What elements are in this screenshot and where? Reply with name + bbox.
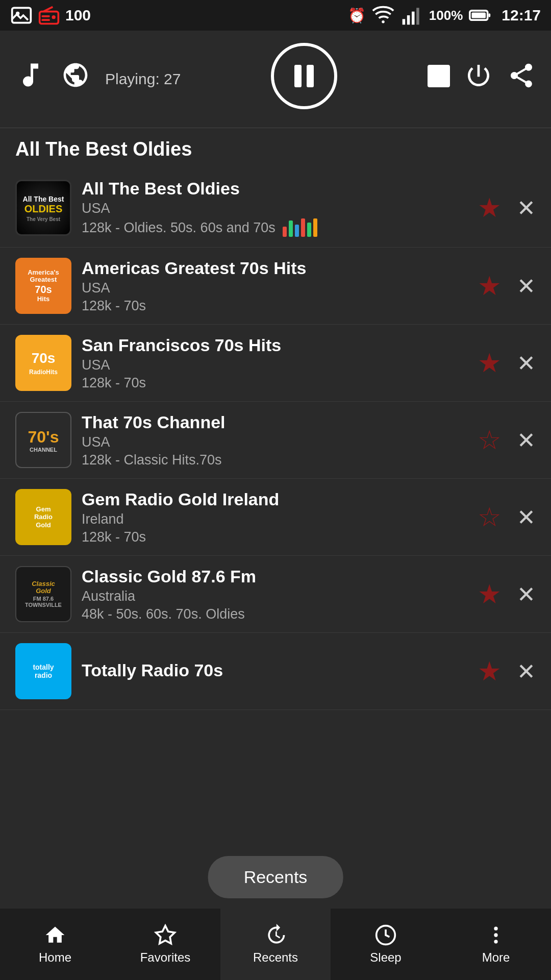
player-right-controls: [428, 61, 536, 91]
radio-item[interactable]: GemRadioGold Gem Radio Gold Ireland Irel…: [0, 479, 551, 556]
recents-tooltip: Recents: [208, 856, 343, 898]
section-title: All The Best Oldies: [0, 128, 551, 168]
radio-actions: ☆ ✕: [478, 425, 536, 455]
player-header: Playing: 27: [0, 31, 551, 128]
sleep-icon: [374, 924, 397, 946]
share-button[interactable]: [507, 61, 536, 91]
radio-country: Ireland: [82, 511, 467, 527]
alarm-icon: ⏰: [348, 7, 366, 24]
stop-icon: [428, 65, 450, 87]
radio-name: That 70s Channel: [82, 412, 467, 432]
star-filled-icon[interactable]: ★: [478, 656, 502, 687]
radio-name: All The Best Oldies: [82, 179, 467, 199]
svg-rect-8: [407, 15, 410, 24]
radio-app-icon: [38, 4, 60, 27]
radio-country: USA: [82, 434, 467, 450]
equalizer: [283, 218, 317, 237]
favorites-icon: [154, 924, 177, 946]
radio-bitrate: 128k - Classic Hits.70s: [82, 452, 467, 468]
player-center: [181, 43, 428, 109]
svg-rect-4: [41, 15, 50, 17]
star-outline-icon[interactable]: ☆: [478, 502, 502, 532]
nav-item-more[interactable]: More: [441, 909, 551, 980]
nav-item-sleep[interactable]: Sleep: [331, 909, 441, 980]
remove-button[interactable]: ✕: [517, 581, 536, 607]
radio-actions: ★ ✕: [478, 192, 536, 223]
svg-rect-2: [40, 12, 59, 24]
remove-button[interactable]: ✕: [517, 273, 536, 299]
star-filled-icon[interactable]: ★: [478, 192, 502, 223]
remove-button[interactable]: ✕: [517, 427, 536, 453]
music-note-icon[interactable]: [15, 60, 46, 92]
svg-point-3: [52, 15, 56, 19]
svg-point-18: [494, 940, 497, 943]
radio-info: Americas Greatest 70s Hits USA 128k - 70…: [82, 258, 467, 314]
radio-item[interactable]: 70's CHANNEL That 70s Channel USA 128k -…: [0, 402, 551, 479]
playing-label: Playing: 27: [105, 70, 181, 88]
nav-label-sleep: Sleep: [370, 950, 401, 965]
radio-name: Americas Greatest 70s Hits: [82, 258, 467, 278]
battery-percentage: 100%: [429, 8, 463, 23]
remove-button[interactable]: ✕: [517, 658, 536, 684]
radio-bitrate: 128k - Oldies. 50s. 60s and 70s: [82, 218, 467, 237]
nav-label-recents: Recents: [253, 950, 298, 965]
battery-icon: [469, 4, 491, 27]
remove-button[interactable]: ✕: [517, 504, 536, 530]
radio-country: USA: [82, 357, 467, 373]
svg-rect-7: [402, 19, 405, 24]
status-right-icons: ⏰ 100% 12:17: [348, 4, 541, 27]
nav-label-home: Home: [39, 950, 71, 965]
star-outline-icon[interactable]: ☆: [478, 425, 502, 455]
radio-actions: ★ ✕: [478, 656, 536, 687]
radio-name: Gem Radio Gold Ireland: [82, 489, 467, 509]
radio-list: All The BestOLDIES The Very Best All The…: [0, 168, 551, 710]
power-icon: [464, 61, 493, 90]
svg-rect-10: [416, 8, 419, 24]
radio-info: Classic Gold 87.6 Fm Australia 48k - 50s…: [82, 567, 467, 622]
home-icon: [44, 924, 66, 946]
radio-actions: ★ ✕: [478, 271, 536, 301]
radio-info: Gem Radio Gold Ireland Ireland 128k - 70…: [82, 489, 467, 545]
wifi-icon: [372, 4, 394, 27]
power-button[interactable]: [464, 61, 493, 91]
nav-item-home[interactable]: Home: [0, 909, 110, 980]
radio-name: Classic Gold 87.6 Fm: [82, 567, 467, 586]
radio-actions: ☆ ✕: [478, 502, 536, 532]
svg-point-16: [494, 927, 497, 930]
radio-bitrate: 128k - 70s: [82, 375, 467, 391]
image-icon: [10, 4, 33, 27]
pause-button[interactable]: [271, 43, 337, 109]
radio-country: USA: [82, 201, 467, 216]
svg-rect-12: [472, 13, 486, 18]
nav-item-favorites[interactable]: Favorites: [110, 909, 220, 980]
star-filled-icon[interactable]: ★: [478, 348, 502, 378]
radio-info: All The Best Oldies USA 128k - Oldies. 5…: [82, 179, 467, 237]
radio-item[interactable]: totallyradio Totally Radio 70s ★ ✕: [0, 633, 551, 710]
radio-info: Totally Radio 70s: [82, 660, 467, 682]
signal-icon: [400, 4, 423, 27]
radio-item[interactable]: ClassicGold FM 87.6TOWNSVILLE Classic Go…: [0, 556, 551, 633]
star-filled-icon[interactable]: ★: [478, 579, 502, 609]
globe-icon[interactable]: [61, 61, 90, 91]
player-left-controls: Playing: 27: [15, 60, 181, 92]
radio-item[interactable]: All The BestOLDIES The Very Best All The…: [0, 168, 551, 248]
signal-count: 100: [65, 7, 91, 24]
svg-rect-13: [489, 13, 491, 17]
svg-point-17: [494, 933, 497, 937]
radio-country: USA: [82, 280, 467, 296]
svg-marker-14: [156, 926, 175, 944]
bottom-nav: Home Favorites Recents Sleep More: [0, 909, 551, 980]
nav-item-recents[interactable]: Recents: [220, 909, 331, 980]
radio-item[interactable]: America'sGreatest 70s Hits Americas Grea…: [0, 248, 551, 325]
recents-icon: [264, 924, 287, 946]
stop-button[interactable]: [428, 65, 450, 87]
more-icon: [485, 924, 507, 946]
svg-rect-9: [412, 12, 415, 25]
radio-item[interactable]: 70s RadioHits San Franciscos 70s Hits US…: [0, 325, 551, 402]
player-controls: Playing: 27: [15, 43, 536, 109]
remove-button[interactable]: ✕: [517, 350, 536, 376]
radio-actions: ★ ✕: [478, 348, 536, 378]
remove-button[interactable]: ✕: [517, 195, 536, 221]
pause-icon: [294, 65, 314, 87]
star-filled-icon[interactable]: ★: [478, 271, 502, 301]
